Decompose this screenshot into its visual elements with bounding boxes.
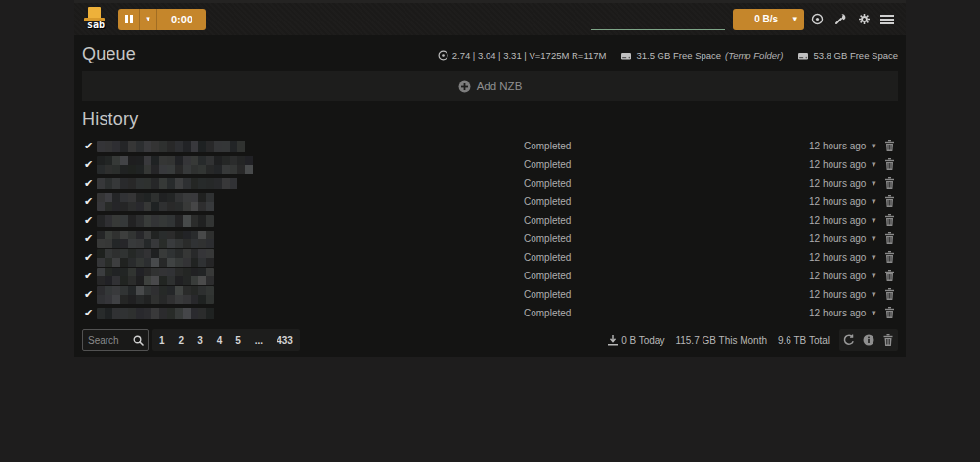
page-button-5[interactable]: 5 bbox=[229, 329, 248, 351]
sabnzbd-app: sab ▾ 0:00 0 B/s ▾ bbox=[74, 0, 906, 357]
wrench-icon-button[interactable] bbox=[830, 8, 851, 31]
trash-icon bbox=[885, 214, 894, 226]
page-button-1[interactable]: 1 bbox=[152, 329, 172, 351]
row-delete-button[interactable] bbox=[885, 270, 894, 284]
row-dropdown-button[interactable]: ▾ bbox=[870, 157, 878, 171]
trash-icon bbox=[885, 177, 894, 189]
hard-drive-icon bbox=[797, 51, 809, 61]
refresh-icon bbox=[843, 334, 855, 346]
redacted-job-name bbox=[97, 268, 214, 285]
history-row[interactable]: ✔ Completed 12 hours ago ▾ bbox=[74, 285, 906, 304]
add-nzb-button[interactable]: Add NZB bbox=[82, 71, 898, 101]
page-button-2[interactable]: 2 bbox=[172, 329, 192, 351]
completed-check-icon: ✔ bbox=[84, 177, 93, 189]
wrench-icon bbox=[834, 13, 847, 25]
completed-check-icon: ✔ bbox=[84, 251, 93, 264]
history-row[interactable]: ✔ Completed 12 hours ago ▾ bbox=[74, 137, 906, 155]
search-input[interactable] bbox=[83, 335, 128, 346]
queue-stats: 2.74 | 3.04 | 3.31 | V=1725M R=117M 31.5… bbox=[438, 50, 898, 61]
job-status: Completed bbox=[524, 215, 571, 226]
history-row[interactable]: ✔ Completed 12 hours ago ▾ bbox=[74, 174, 906, 192]
row-delete-button[interactable] bbox=[885, 195, 894, 210]
gear-icon-button[interactable] bbox=[853, 8, 874, 31]
download-icon bbox=[608, 335, 618, 346]
row-delete-button[interactable] bbox=[885, 140, 894, 154]
history-row[interactable]: ✔ Completed 12 hours ago ▾ bbox=[74, 155, 906, 174]
load-gauge-icon bbox=[438, 50, 448, 61]
row-dropdown-button[interactable]: ▾ bbox=[870, 231, 878, 245]
system-load: 2.74 | 3.04 | 3.31 | V=1725M R=117M bbox=[438, 50, 607, 61]
row-dropdown-button[interactable]: ▾ bbox=[870, 250, 878, 264]
sab-logo-text: sab bbox=[83, 20, 108, 30]
row-dropdown-button[interactable]: ▾ bbox=[870, 176, 878, 189]
row-dropdown-button[interactable]: ▾ bbox=[870, 306, 878, 319]
row-delete-button[interactable] bbox=[885, 232, 894, 247]
history-row[interactable]: ✔ Completed 12 hours ago ▾ bbox=[74, 267, 906, 285]
row-dropdown-button[interactable]: ▾ bbox=[870, 269, 878, 282]
row-delete-button[interactable] bbox=[885, 177, 894, 191]
job-status: Completed bbox=[524, 271, 571, 281]
pause-dropdown-button[interactable]: ▾ bbox=[140, 9, 157, 30]
chevron-down-icon: ▾ bbox=[792, 15, 797, 23]
trash-icon bbox=[883, 334, 893, 346]
history-row[interactable]: ✔ Completed 12 hours ago ▾ bbox=[74, 304, 906, 322]
complete-folder-space-value: 53.8 GB Free Space bbox=[813, 50, 898, 61]
job-time: 12 hours ago bbox=[809, 141, 866, 151]
load-values: 2.74 | 3.04 | 3.31 | V=1725M R=117M bbox=[452, 50, 607, 61]
menu-icon-button[interactable] bbox=[876, 8, 898, 31]
trash-icon bbox=[885, 158, 894, 170]
history-row[interactable]: ✔ Completed 12 hours ago ▾ bbox=[74, 230, 906, 248]
completed-check-icon: ✔ bbox=[84, 158, 93, 171]
pause-timer[interactable]: 0:00 bbox=[157, 9, 206, 30]
page-button-4[interactable]: 4 bbox=[210, 329, 230, 351]
trash-icon bbox=[885, 307, 894, 318]
completed-check-icon: ✔ bbox=[84, 270, 93, 282]
row-dropdown-button[interactable]: ▾ bbox=[870, 213, 878, 227]
today-total: 0 B Today bbox=[608, 335, 664, 346]
temp-folder-space: 31.5 GB Free Space (Temp Folder) bbox=[620, 50, 783, 61]
row-dropdown-button[interactable]: ▾ bbox=[870, 139, 878, 152]
row-delete-button[interactable] bbox=[885, 307, 894, 321]
completed-check-icon: ✔ bbox=[84, 232, 93, 245]
info-button[interactable] bbox=[859, 329, 878, 351]
row-dropdown-button[interactable]: ▾ bbox=[870, 194, 878, 208]
page-button-3[interactable]: 3 bbox=[191, 329, 210, 351]
trash-icon bbox=[885, 251, 894, 263]
job-time: 12 hours ago bbox=[809, 233, 866, 244]
history-row[interactable]: ✔ Completed 12 hours ago ▾ bbox=[74, 211, 906, 230]
job-time: 12 hours ago bbox=[809, 159, 866, 170]
purge-history-button[interactable] bbox=[878, 329, 898, 351]
plus-circle-icon bbox=[458, 80, 471, 93]
queue-header: Queue 2.74 | 3.04 | 3.31 | V=1725M R=117… bbox=[74, 37, 906, 69]
history-footer: 12345...433 0 B Today 115.7 GB This Mont… bbox=[74, 324, 906, 357]
page-ellipsis[interactable]: ... bbox=[248, 329, 270, 351]
sab-logo[interactable]: sab bbox=[82, 6, 111, 33]
status-icon-button[interactable] bbox=[806, 8, 828, 31]
month-total: 115.7 GB This Month bbox=[675, 335, 767, 346]
job-time: 12 hours ago bbox=[809, 215, 866, 226]
alltime-total-value: 9.6 TB Total bbox=[778, 335, 830, 346]
chevron-down-icon: ▾ bbox=[146, 15, 150, 23]
row-delete-button[interactable] bbox=[885, 288, 894, 303]
search-button[interactable] bbox=[128, 331, 148, 349]
row-delete-button[interactable] bbox=[885, 214, 894, 229]
page-button-433[interactable]: 433 bbox=[270, 329, 300, 351]
redacted-job-name bbox=[97, 215, 214, 227]
job-status: Completed bbox=[524, 308, 571, 318]
row-delete-button[interactable] bbox=[885, 158, 894, 173]
pause-controls: ▾ 0:00 bbox=[118, 9, 206, 30]
history-row[interactable]: ✔ Completed 12 hours ago ▾ bbox=[74, 248, 906, 267]
history-title: History bbox=[82, 109, 138, 130]
history-row[interactable]: ✔ Completed 12 hours ago ▾ bbox=[74, 192, 906, 211]
add-nzb-label: Add NZB bbox=[477, 80, 523, 92]
pagination: 12345...433 bbox=[152, 329, 300, 351]
redacted-job-name bbox=[97, 178, 244, 189]
job-status: Completed bbox=[524, 178, 571, 189]
month-total-value: 115.7 GB This Month bbox=[675, 335, 767, 346]
speed-dropdown-button[interactable]: 0 B/s ▾ bbox=[733, 9, 804, 30]
history-list: ✔ Completed 12 hours ago ▾ ✔ Completed 1… bbox=[74, 137, 906, 322]
pause-button[interactable] bbox=[118, 9, 140, 30]
row-delete-button[interactable] bbox=[885, 251, 894, 266]
refresh-button[interactable] bbox=[839, 329, 859, 351]
row-dropdown-button[interactable]: ▾ bbox=[870, 287, 878, 301]
